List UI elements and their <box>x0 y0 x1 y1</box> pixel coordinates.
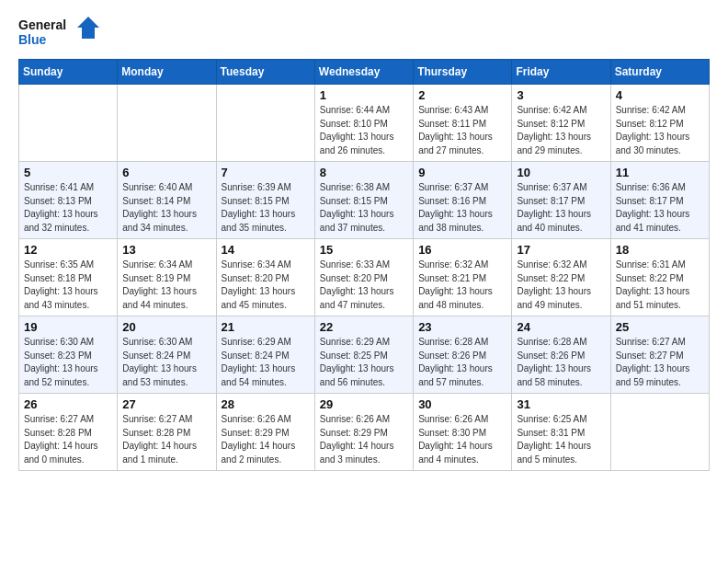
calendar-cell: 26Sunrise: 6:27 AM Sunset: 8:28 PM Dayli… <box>19 394 118 471</box>
calendar-cell: 11Sunrise: 6:36 AM Sunset: 8:17 PM Dayli… <box>610 162 709 239</box>
day-number: 10 <box>517 166 605 179</box>
svg-marker-2 <box>77 17 99 39</box>
day-info: Sunrise: 6:27 AM Sunset: 8:28 PM Dayligh… <box>24 413 112 466</box>
day-info: Sunrise: 6:29 AM Sunset: 8:24 PM Dayligh… <box>222 336 310 389</box>
calendar-cell: 9Sunrise: 6:37 AM Sunset: 8:16 PM Daylig… <box>414 162 512 239</box>
day-number: 15 <box>320 243 408 257</box>
calendar-cell: 19Sunrise: 6:30 AM Sunset: 8:23 PM Dayli… <box>19 316 118 394</box>
day-info: Sunrise: 6:30 AM Sunset: 8:24 PM Dayligh… <box>122 336 210 389</box>
day-info: Sunrise: 6:34 AM Sunset: 8:20 PM Dayligh… <box>222 259 310 312</box>
page-header: General Blue <box>18 15 710 50</box>
calendar-week-row: 5Sunrise: 6:41 AM Sunset: 8:13 PM Daylig… <box>19 162 710 239</box>
calendar-cell <box>19 85 118 162</box>
day-info: Sunrise: 6:26 AM Sunset: 8:30 PM Dayligh… <box>418 413 506 466</box>
calendar-week-row: 19Sunrise: 6:30 AM Sunset: 8:23 PM Dayli… <box>19 316 710 394</box>
calendar-cell: 3Sunrise: 6:42 AM Sunset: 8:12 PM Daylig… <box>512 85 610 162</box>
day-info: Sunrise: 6:29 AM Sunset: 8:25 PM Dayligh… <box>320 336 408 389</box>
calendar-cell: 2Sunrise: 6:43 AM Sunset: 8:11 PM Daylig… <box>414 85 512 162</box>
day-number: 28 <box>222 397 310 411</box>
day-number: 21 <box>222 320 310 334</box>
calendar-cell: 15Sunrise: 6:33 AM Sunset: 8:20 PM Dayli… <box>314 239 413 316</box>
day-info: Sunrise: 6:39 AM Sunset: 8:15 PM Dayligh… <box>222 181 310 235</box>
day-number: 26 <box>24 397 112 411</box>
day-info: Sunrise: 6:26 AM Sunset: 8:29 PM Dayligh… <box>222 413 310 466</box>
calendar-cell: 12Sunrise: 6:35 AM Sunset: 8:18 PM Dayli… <box>19 239 118 316</box>
day-info: Sunrise: 6:33 AM Sunset: 8:20 PM Dayligh… <box>320 259 408 312</box>
calendar-cell: 7Sunrise: 6:39 AM Sunset: 8:15 PM Daylig… <box>216 162 314 239</box>
day-number: 9 <box>418 166 506 179</box>
calendar-cell: 8Sunrise: 6:38 AM Sunset: 8:15 PM Daylig… <box>314 162 413 239</box>
day-number: 7 <box>222 166 310 179</box>
calendar-cell: 27Sunrise: 6:27 AM Sunset: 8:28 PM Dayli… <box>118 394 216 471</box>
calendar-cell <box>118 85 216 162</box>
day-info: Sunrise: 6:37 AM Sunset: 8:16 PM Dayligh… <box>418 181 506 235</box>
day-header-wednesday: Wednesday <box>314 60 413 85</box>
day-number: 17 <box>517 243 605 257</box>
calendar-cell: 14Sunrise: 6:34 AM Sunset: 8:20 PM Dayli… <box>216 239 314 316</box>
calendar-cell: 13Sunrise: 6:34 AM Sunset: 8:19 PM Dayli… <box>118 239 216 316</box>
day-header-monday: Monday <box>118 60 216 85</box>
day-number: 18 <box>616 243 704 257</box>
calendar-cell: 30Sunrise: 6:26 AM Sunset: 8:30 PM Dayli… <box>414 394 512 471</box>
calendar-cell: 16Sunrise: 6:32 AM Sunset: 8:21 PM Dayli… <box>414 239 512 316</box>
calendar-cell: 1Sunrise: 6:44 AM Sunset: 8:10 PM Daylig… <box>314 85 413 162</box>
day-number: 3 <box>517 88 605 102</box>
day-header-tuesday: Tuesday <box>216 60 314 85</box>
day-number: 2 <box>418 88 506 102</box>
day-info: Sunrise: 6:35 AM Sunset: 8:18 PM Dayligh… <box>24 259 112 312</box>
calendar-cell: 4Sunrise: 6:42 AM Sunset: 8:12 PM Daylig… <box>610 85 709 162</box>
calendar-cell: 10Sunrise: 6:37 AM Sunset: 8:17 PM Dayli… <box>512 162 610 239</box>
calendar-cell: 28Sunrise: 6:26 AM Sunset: 8:29 PM Dayli… <box>216 394 314 471</box>
day-number: 20 <box>122 320 210 334</box>
day-info: Sunrise: 6:28 AM Sunset: 8:26 PM Dayligh… <box>517 336 605 389</box>
day-number: 1 <box>320 88 408 102</box>
day-header-friday: Friday <box>512 60 610 85</box>
day-info: Sunrise: 6:38 AM Sunset: 8:15 PM Dayligh… <box>320 181 408 235</box>
calendar-header-row: SundayMondayTuesdayWednesdayThursdayFrid… <box>19 60 710 85</box>
calendar-week-row: 12Sunrise: 6:35 AM Sunset: 8:18 PM Dayli… <box>19 239 710 316</box>
day-info: Sunrise: 6:43 AM Sunset: 8:11 PM Dayligh… <box>418 104 506 157</box>
day-info: Sunrise: 6:34 AM Sunset: 8:19 PM Dayligh… <box>122 259 210 312</box>
day-number: 22 <box>320 320 408 334</box>
day-number: 12 <box>24 243 112 257</box>
day-number: 31 <box>517 397 605 411</box>
day-number: 14 <box>222 243 310 257</box>
day-header-thursday: Thursday <box>414 60 512 85</box>
day-info: Sunrise: 6:32 AM Sunset: 8:21 PM Dayligh… <box>418 259 506 312</box>
calendar-week-row: 26Sunrise: 6:27 AM Sunset: 8:28 PM Dayli… <box>19 394 710 471</box>
day-info: Sunrise: 6:31 AM Sunset: 8:22 PM Dayligh… <box>616 259 704 312</box>
day-number: 6 <box>122 166 210 179</box>
day-number: 5 <box>24 166 112 179</box>
calendar-cell: 17Sunrise: 6:32 AM Sunset: 8:22 PM Dayli… <box>512 239 610 316</box>
day-number: 11 <box>616 166 704 179</box>
day-header-sunday: Sunday <box>19 60 118 85</box>
calendar-cell <box>610 394 709 471</box>
calendar-cell: 24Sunrise: 6:28 AM Sunset: 8:26 PM Dayli… <box>512 316 610 394</box>
day-info: Sunrise: 6:27 AM Sunset: 8:27 PM Dayligh… <box>616 336 704 389</box>
day-number: 29 <box>320 397 408 411</box>
day-info: Sunrise: 6:40 AM Sunset: 8:14 PM Dayligh… <box>122 181 210 235</box>
day-info: Sunrise: 6:28 AM Sunset: 8:26 PM Dayligh… <box>418 336 506 389</box>
day-number: 25 <box>616 320 704 334</box>
day-info: Sunrise: 6:42 AM Sunset: 8:12 PM Dayligh… <box>616 104 704 157</box>
day-number: 27 <box>122 397 210 411</box>
calendar-week-row: 1Sunrise: 6:44 AM Sunset: 8:10 PM Daylig… <box>19 85 710 162</box>
day-info: Sunrise: 6:27 AM Sunset: 8:28 PM Dayligh… <box>122 413 210 466</box>
svg-text:Blue: Blue <box>18 32 47 47</box>
logo: General Blue <box>18 15 101 50</box>
calendar-cell <box>216 85 314 162</box>
day-number: 4 <box>616 88 704 102</box>
day-number: 30 <box>418 397 506 411</box>
logo-svg: General Blue <box>18 15 101 50</box>
day-info: Sunrise: 6:25 AM Sunset: 8:31 PM Dayligh… <box>517 413 605 466</box>
day-info: Sunrise: 6:30 AM Sunset: 8:23 PM Dayligh… <box>24 336 112 389</box>
calendar-cell: 5Sunrise: 6:41 AM Sunset: 8:13 PM Daylig… <box>19 162 118 239</box>
day-number: 19 <box>24 320 112 334</box>
day-info: Sunrise: 6:26 AM Sunset: 8:29 PM Dayligh… <box>320 413 408 466</box>
day-info: Sunrise: 6:32 AM Sunset: 8:22 PM Dayligh… <box>517 259 605 312</box>
day-info: Sunrise: 6:36 AM Sunset: 8:17 PM Dayligh… <box>616 181 704 235</box>
day-number: 23 <box>418 320 506 334</box>
day-number: 24 <box>517 320 605 334</box>
calendar-cell: 6Sunrise: 6:40 AM Sunset: 8:14 PM Daylig… <box>118 162 216 239</box>
day-header-saturday: Saturday <box>610 60 709 85</box>
